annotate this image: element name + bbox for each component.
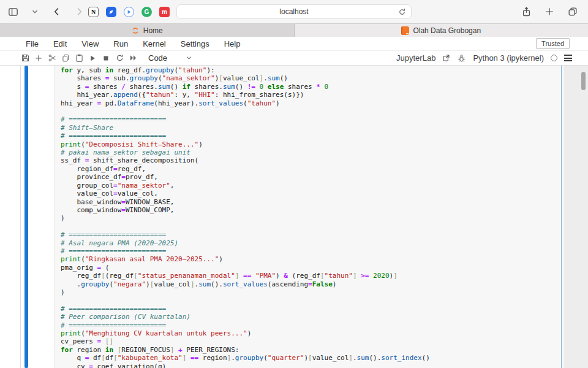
code-line[interactable]: ) [61, 214, 561, 222]
menu-run[interactable]: Run [106, 39, 135, 48]
code-line[interactable]: ss_df = shift_share_decomposition( [61, 156, 561, 164]
refresh-icon [398, 7, 407, 17]
code-line[interactable]: # pakai nama_sektor sebagai unit [61, 148, 561, 156]
red-m-icon[interactable]: m [159, 7, 170, 17]
code-line[interactable]: print("Menghitung CV kuartalan untuk pee… [61, 329, 561, 337]
code-editor[interactable]: for y, sub in reg_df.groupby("tahun"): s… [54, 66, 562, 368]
chevron-right-icon [74, 6, 85, 17]
save-button[interactable] [18, 52, 32, 65]
restart-run-all-button[interactable] [126, 52, 140, 65]
code-line[interactable]: cv = coef_variation(q) [61, 362, 561, 368]
menu-kernel[interactable]: Kernel [135, 39, 173, 48]
refresh-button[interactable] [398, 7, 407, 17]
share-icon [521, 6, 532, 17]
code-line[interactable]: value_col=value_col, [61, 190, 561, 197]
code-line[interactable]: # ======================== [61, 247, 561, 255]
compass-needle-icon [108, 9, 115, 15]
code-line[interactable]: # ======================== [61, 115, 561, 123]
code-line[interactable]: # Peer comparison (CV kuartalan) [61, 313, 561, 321]
grammarly-icon[interactable]: G [141, 7, 152, 17]
kernel-name[interactable]: Python 3 (ipykernel) [473, 53, 544, 63]
restart-icon [115, 53, 124, 63]
notion-icon[interactable]: N [88, 7, 99, 17]
code-line[interactable]: # ======================== [61, 231, 561, 239]
cell-type-dropdown[interactable]: Code [148, 53, 192, 63]
debugger-bug-icon[interactable] [457, 53, 466, 63]
cut-cell-button[interactable] [45, 52, 59, 65]
share-button[interactable] [519, 5, 533, 18]
code-line[interactable]: reg_df[(reg_df["status_penanaman_modal"]… [61, 272, 561, 280]
code-line[interactable]: s = shares / shares.sum() if shares.sum(… [61, 83, 561, 91]
cell-collapser[interactable] [24, 66, 28, 368]
scrollbar-thumb[interactable] [581, 72, 586, 90]
tabs-icon [567, 6, 578, 17]
code-line[interactable]: # Shift–Share [61, 124, 561, 132]
code-line[interactable] [61, 223, 561, 231]
code-line[interactable]: for region in [REGION_FOCUS] + PEER_REGI… [61, 346, 561, 354]
code-line[interactable]: .groupby("negara")[value_col].sum().sort… [61, 280, 561, 288]
code-line[interactable]: hhi_year = pd.DataFrame(hhi_year).sort_v… [61, 99, 561, 107]
code-line[interactable]: region_df=reg_df, [61, 165, 561, 173]
hamburger-menu-icon[interactable] [564, 55, 572, 61]
code-line[interactable]: # ======================== [61, 305, 561, 313]
tab-home[interactable]: Home [0, 24, 295, 37]
chevron-left-icon [51, 6, 62, 17]
new-tab-button[interactable] [543, 5, 556, 18]
menu-settings[interactable]: Settings [173, 39, 217, 48]
menu-help[interactable]: Help [217, 39, 248, 48]
run-cell-button[interactable] [86, 52, 99, 65]
trusted-button[interactable]: Trusted [536, 38, 570, 49]
stop-kernel-button[interactable] [99, 52, 113, 65]
code-line[interactable]: group_col="nama_sektor", [61, 182, 561, 190]
tab-group-chevron-button[interactable] [28, 5, 42, 18]
insert-cell-button[interactable] [32, 52, 45, 65]
code-line[interactable]: q = df[df["kabupaten_kota"] == region].g… [61, 354, 561, 362]
compass-icon[interactable] [106, 7, 116, 17]
play-triangle-icon [126, 9, 132, 15]
code-line[interactable]: for y, sub in reg_df.groupby("tahun"): [61, 66, 561, 74]
menu-file[interactable]: File [18, 39, 46, 48]
browser-toolbar: N G m localhost [0, 0, 588, 23]
kernel-status-icon [551, 55, 557, 61]
panel-border [20, 66, 21, 368]
jupyter-logo-icon [131, 26, 140, 35]
tab-overview-button[interactable] [566, 5, 579, 18]
code-line[interactable]: pma_orig = ( [61, 264, 561, 272]
paste-icon [75, 53, 84, 63]
play-circle-icon[interactable] [124, 7, 134, 17]
code-line[interactable]: print("Ringkasan asal PMA 2020–2025...") [61, 255, 561, 263]
menu-edit[interactable]: Edit [46, 39, 74, 48]
code-line[interactable] [61, 107, 561, 115]
code-line[interactable]: # Asal negara PMA (2020–2025) [61, 239, 561, 247]
code-line[interactable]: shares = sub.groupby("nama_sektor")[valu… [61, 74, 561, 82]
jupyter-menubar: FileEditViewRunKernelSettingsHelp Truste… [0, 37, 588, 51]
browser-tab-strip: Home Olah Data Grobogan [0, 23, 588, 37]
code-line[interactable]: # ======================== [61, 321, 561, 329]
copy-icon [61, 53, 70, 63]
notebook-content: for y, sub in reg_df.groupby("tahun"): s… [0, 66, 588, 368]
tab-notebook-label: Olah Data Grobogan [413, 26, 481, 35]
code-line[interactable]: # ======================== [61, 132, 561, 140]
cell-type-label: Code [148, 53, 167, 63]
sidebar-toggle-button[interactable] [6, 5, 20, 18]
code-line[interactable]: base_window=WINDOW_BASE, [61, 198, 561, 206]
external-link-icon[interactable] [442, 54, 450, 62]
fast-forward-icon [129, 53, 138, 63]
paste-cell-button[interactable] [72, 52, 86, 65]
code-line[interactable] [61, 296, 561, 304]
forward-button[interactable] [72, 5, 86, 18]
copy-cell-button[interactable] [59, 52, 72, 65]
right-panel-strip [564, 66, 588, 368]
back-button[interactable] [50, 5, 64, 18]
code-line[interactable]: cv_peers = [] [61, 337, 561, 345]
jupyterlab-link[interactable]: JupyterLab [396, 53, 435, 63]
code-line[interactable]: print("Decomposisi Shift–Share...") [61, 140, 561, 148]
restart-kernel-button[interactable] [113, 52, 126, 65]
code-line[interactable]: ) [61, 288, 561, 296]
code-line[interactable]: hhi_year.append({"tahun": y, "HHI": hhi_… [61, 91, 561, 99]
tab-olah-data-grobogan[interactable]: Olah Data Grobogan [295, 24, 588, 37]
address-bar[interactable]: localhost [176, 4, 412, 19]
menu-view[interactable]: View [74, 39, 106, 48]
code-line[interactable]: comp_window=WINDOW_COMP, [61, 206, 561, 214]
code-line[interactable]: province_df=prov_df, [61, 173, 561, 181]
